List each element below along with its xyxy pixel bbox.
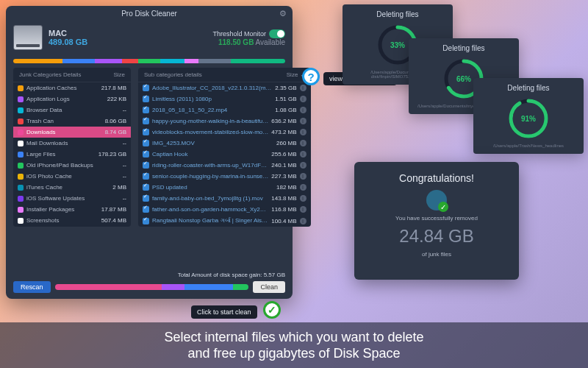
threshold-monitor[interactable]: Threshold Monitor — [212, 29, 285, 38]
file-size: 636.2 MB — [271, 118, 296, 124]
category-row[interactable]: iTunes Cache2 MB — [13, 182, 131, 193]
category-color-icon — [18, 152, 24, 158]
category-row[interactable]: Large Files178.23 GB — [13, 149, 131, 160]
category-size: -- — [123, 162, 126, 169]
category-name: Old iPhone/iPad Backups — [26, 162, 120, 169]
total-gain: Total Amount of disk space gain: 5.57 GB — [13, 272, 285, 278]
file-row[interactable]: father-and-son-on-garden-hammock_Xy2bJh…… — [138, 204, 311, 215]
file-row[interactable]: IMG_4253.MOV260 MBi — [138, 138, 311, 149]
file-row[interactable]: senior-couple-hugging-by-marina-in-sunse… — [138, 171, 311, 182]
file-checkbox[interactable] — [143, 184, 149, 191]
file-checkbox[interactable] — [143, 140, 149, 146]
category-color-icon — [18, 185, 24, 191]
file-name: 2018_05_18_11_50_22.mp4 — [152, 107, 272, 113]
rescan-button[interactable]: Rescan — [13, 281, 51, 293]
file-row[interactable]: videoblocks-movement-stabilized-slow-mot… — [138, 127, 311, 138]
disk-name: MAC — [49, 29, 207, 38]
file-row[interactable]: Limitless (2011) 1080p1.51 GBi — [138, 93, 311, 105]
file-row[interactable]: 2018_05_18_11_50_22.mp41.08 GBi — [138, 105, 311, 116]
congrats-disk-icon — [426, 190, 447, 210]
file-size: 255.6 MB — [271, 151, 296, 158]
file-checkbox[interactable] — [143, 107, 149, 113]
deleting-path: /Users/apple/Trash/News_headlines — [482, 144, 575, 148]
file-info-icon[interactable]: i — [300, 118, 306, 124]
category-color-icon — [18, 141, 24, 146]
deleting-title: Deleting files — [351, 10, 444, 18]
sub-head-label: Sub categories details — [144, 71, 202, 78]
file-info-icon[interactable]: i — [300, 151, 306, 158]
file-size: 1.08 GB — [275, 107, 296, 113]
file-info-icon[interactable]: i — [300, 129, 306, 135]
titlebar: Pro Disk Cleaner ⚙ — [6, 6, 293, 21]
file-name: father-and-son-on-garden-hammock_Xy2bJh… — [152, 206, 268, 213]
file-info-icon[interactable]: i — [300, 162, 306, 169]
category-row[interactable]: Mail Downloads-- — [13, 138, 131, 149]
file-name: videoblocks-movement-stabilized-slow-mot… — [152, 129, 268, 135]
settings-icon[interactable]: ⚙ — [279, 9, 287, 18]
file-size: 2.35 GB — [275, 85, 296, 91]
category-row[interactable]: Trash Can8.06 GB — [13, 116, 131, 127]
file-checkbox[interactable] — [143, 85, 149, 91]
category-row[interactable]: Screenshots507.4 MB — [13, 215, 131, 226]
junk-head-label: Junk Categories Details — [19, 71, 81, 78]
file-name: Captian Hook — [152, 151, 268, 158]
file-checkbox[interactable] — [143, 206, 149, 213]
file-row[interactable]: happy-young-mother-walking-in-a-beautifu… — [138, 116, 311, 127]
deleting-card: Deleting files 91% /Users/apple/Trash/Ne… — [473, 78, 584, 154]
progress-percent: 66% — [456, 75, 471, 83]
junk-head-size: Size — [113, 71, 125, 78]
category-name: iTunes Cache — [26, 184, 110, 191]
file-checkbox[interactable] — [143, 173, 149, 180]
file-row[interactable]: Adobe_Illustrator_CC_2018_v22.1.0.312(ma… — [138, 82, 311, 93]
file-info-icon[interactable]: i — [300, 140, 306, 146]
file-info-icon[interactable]: i — [300, 218, 306, 224]
deleting-title: Deleting files — [482, 84, 575, 92]
file-info-icon[interactable]: i — [300, 85, 306, 91]
category-name: Application Caches — [26, 85, 98, 91]
threshold-toggle[interactable] — [269, 29, 285, 38]
file-row[interactable]: family-and-baby-on-bed_7ymoj8tg (1).mov1… — [138, 193, 311, 204]
file-name: senior-couple-hugging-by-marina-in-sunse… — [152, 173, 268, 180]
category-row[interactable]: Old iPhone/iPad Backups-- — [13, 160, 131, 171]
category-row[interactable]: Installer Packages17.87 MB — [13, 204, 131, 215]
clean-callout-icon: ✓ — [263, 301, 281, 319]
file-info-icon[interactable]: i — [300, 96, 306, 102]
file-checkbox[interactable] — [143, 129, 149, 135]
file-checkbox[interactable] — [143, 162, 149, 169]
file-checkbox[interactable] — [143, 218, 149, 224]
file-info-icon[interactable]: i — [300, 173, 306, 180]
file-size: 1.51 GB — [275, 96, 296, 102]
category-row[interactable]: Downloads8.74 GB — [13, 127, 131, 138]
file-checkbox[interactable] — [143, 151, 149, 158]
file-checkbox[interactable] — [143, 195, 149, 202]
category-color-icon — [18, 218, 24, 224]
category-size: 178.23 GB — [98, 151, 126, 158]
clean-button[interactable]: Clean — [253, 281, 285, 293]
file-checkbox[interactable] — [143, 118, 149, 124]
congrats-line1: You have successfully removed — [365, 215, 509, 222]
file-info-icon[interactable]: i — [300, 206, 306, 213]
category-row[interactable]: Application Caches217.8 MB — [13, 82, 131, 93]
available: 118.50 GB Available — [212, 38, 285, 46]
category-size: 8.74 GB — [105, 129, 126, 135]
file-row[interactable]: Rangtaali Nonstop Garba ગર્બા | Singer A… — [138, 215, 311, 227]
category-size: 2 MB — [112, 184, 126, 191]
file-info-icon[interactable]: i — [300, 107, 306, 113]
file-size: 116.8 MB — [271, 206, 296, 213]
file-row[interactable]: PSD updated182 MBi — [138, 182, 311, 193]
file-row[interactable]: Captian Hook255.6 MBi — [138, 149, 311, 160]
file-info-icon[interactable]: i — [300, 184, 306, 191]
category-color-icon — [18, 207, 24, 213]
category-color-icon — [18, 196, 24, 202]
category-row[interactable]: iOS Photo Cache-- — [13, 171, 131, 182]
category-row[interactable]: Application Logs222 KB — [13, 93, 131, 105]
category-row[interactable]: Browser Data-- — [13, 105, 131, 116]
file-info-icon[interactable]: i — [300, 195, 306, 202]
category-size: -- — [123, 140, 126, 146]
gain-bar — [55, 284, 249, 290]
file-row[interactable]: riding-roller-coaster-with-arms-up_W17dF… — [138, 160, 311, 171]
file-checkbox[interactable] — [143, 96, 149, 102]
progress-ring: 91% — [506, 96, 551, 141]
category-size: -- — [123, 195, 126, 202]
category-row[interactable]: iOS Software Updates-- — [13, 193, 131, 204]
